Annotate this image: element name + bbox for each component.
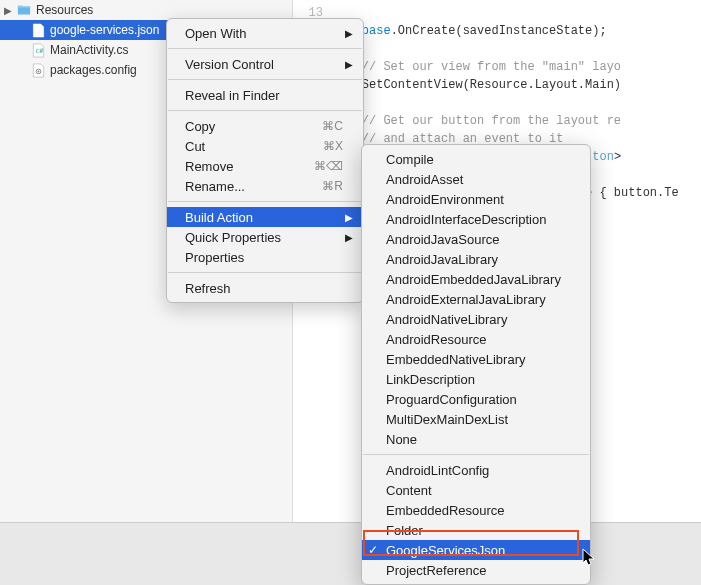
build-action-compile[interactable]: Compile <box>362 149 590 169</box>
build-action-content[interactable]: Content <box>362 480 590 500</box>
build-action-androidresource[interactable]: AndroidResource <box>362 329 590 349</box>
menu-shortcut: ⌘R <box>322 179 343 193</box>
submenu-item-label: AndroidInterfaceDescription <box>386 212 546 227</box>
build-action-googleservicesjson[interactable]: ✓GoogleServicesJson <box>362 540 590 560</box>
build-action-linkdescription[interactable]: LinkDescription <box>362 369 590 389</box>
build-action-folder[interactable]: Folder <box>362 520 590 540</box>
build-action-androidjavasource[interactable]: AndroidJavaSource <box>362 229 590 249</box>
menu-item-build-action[interactable]: Build Action▶ <box>167 207 363 227</box>
build-action-proguardconfiguration[interactable]: ProguardConfiguration <box>362 389 590 409</box>
bottom-panel <box>0 522 701 585</box>
menu-separator <box>363 454 589 455</box>
menu-item-refresh[interactable]: Refresh <box>167 278 363 298</box>
menu-item-cut[interactable]: Cut⌘X <box>167 136 363 156</box>
menu-item-label: Cut <box>185 139 323 154</box>
submenu-item-label: EmbeddedResource <box>386 503 505 518</box>
build-action-androidnativelibrary[interactable]: AndroidNativeLibrary <box>362 309 590 329</box>
submenu-item-label: None <box>386 432 417 447</box>
menu-item-open-with[interactable]: Open With▶ <box>167 23 363 43</box>
build-action-embeddedresource[interactable]: EmbeddedResource <box>362 500 590 520</box>
tree-item-label: Resources <box>36 3 93 17</box>
build-action-none[interactable]: None <box>362 429 590 449</box>
menu-item-label: Quick Properties <box>185 230 343 245</box>
submenu-item-label: AndroidEmbeddedJavaLibrary <box>386 272 561 287</box>
config-file-icon <box>30 62 46 78</box>
checkmark-icon: ✓ <box>368 543 378 557</box>
submenu-item-label: AndroidResource <box>386 332 486 347</box>
folder-icon <box>16 2 32 18</box>
submenu-arrow-icon: ▶ <box>345 59 353 70</box>
menu-item-label: Build Action <box>185 210 343 225</box>
submenu-item-label: EmbeddedNativeLibrary <box>386 352 525 367</box>
code-text: // Get our button from the layout re <box>333 112 621 130</box>
menu-separator <box>168 79 362 80</box>
menu-item-remove[interactable]: Remove⌘⌫ <box>167 156 363 176</box>
menu-item-label: Version Control <box>185 57 343 72</box>
menu-separator <box>168 272 362 273</box>
submenu-item-label: ProguardConfiguration <box>386 392 517 407</box>
submenu-item-label: ProjectReference <box>386 563 486 578</box>
build-action-projectreference[interactable]: ProjectReference <box>362 560 590 580</box>
menu-item-label: Open With <box>185 26 343 41</box>
build-action-androidasset[interactable]: AndroidAsset <box>362 169 590 189</box>
menu-separator <box>168 110 362 111</box>
code-text: SetContentView(Resource.Layout.Main) <box>333 76 621 94</box>
menu-item-quick-properties[interactable]: Quick Properties▶ <box>167 227 363 247</box>
submenu-item-label: GoogleServicesJson <box>386 543 505 558</box>
submenu-item-label: MultiDexMainDexList <box>386 412 508 427</box>
menu-item-label: Copy <box>185 119 322 134</box>
menu-item-reveal-in-finder[interactable]: Reveal in Finder <box>167 85 363 105</box>
menu-item-label: Refresh <box>185 281 343 296</box>
submenu-item-label: Folder <box>386 523 423 538</box>
menu-item-label: Remove <box>185 159 314 174</box>
menu-item-label: Reveal in Finder <box>185 88 343 103</box>
disclosure-triangle-icon[interactable]: ▶ <box>4 5 16 16</box>
submenu-item-label: Content <box>386 483 432 498</box>
svg-text:c#: c# <box>35 47 43 55</box>
tree-item-label: packages.config <box>50 63 137 77</box>
submenu-item-label: AndroidJavaSource <box>386 232 499 247</box>
build-action-embeddednativelibrary[interactable]: EmbeddedNativeLibrary <box>362 349 590 369</box>
build-action-multidexmaindexlist[interactable]: MultiDexMainDexList <box>362 409 590 429</box>
submenu-arrow-icon: ▶ <box>345 212 353 223</box>
menu-item-properties[interactable]: Properties <box>167 247 363 267</box>
menu-item-copy[interactable]: Copy⌘C <box>167 116 363 136</box>
submenu-item-label: LinkDescription <box>386 372 475 387</box>
submenu-item-label: Compile <box>386 152 434 167</box>
submenu-item-label: AndroidLintConfig <box>386 463 489 478</box>
build-action-androidjavalibrary[interactable]: AndroidJavaLibrary <box>362 249 590 269</box>
menu-separator <box>168 201 362 202</box>
svg-point-2 <box>37 70 39 72</box>
menu-shortcut: ⌘X <box>323 139 343 153</box>
submenu-item-label: AndroidEnvironment <box>386 192 504 207</box>
build-action-androidembeddedjavalibrary[interactable]: AndroidEmbeddedJavaLibrary <box>362 269 590 289</box>
build-action-androidlintconfig[interactable]: AndroidLintConfig <box>362 460 590 480</box>
build-action-submenu: CompileAndroidAssetAndroidEnvironmentAnd… <box>361 144 591 585</box>
build-action-androidexternaljavalibrary[interactable]: AndroidExternalJavaLibrary <box>362 289 590 309</box>
code-text: base.OnCreate(savedInstanceState); <box>333 22 607 40</box>
tree-folder-resources[interactable]: ▶ Resources <box>0 0 292 20</box>
menu-shortcut: ⌘⌫ <box>314 159 343 173</box>
csharp-file-icon: c# <box>30 42 46 58</box>
code-text: // Set our view from the "main" layo <box>333 58 621 76</box>
menu-item-label: Properties <box>185 250 343 265</box>
menu-item-label: Rename... <box>185 179 322 194</box>
tree-item-label: MainActivity.cs <box>50 43 128 57</box>
menu-item-rename-[interactable]: Rename...⌘R <box>167 176 363 196</box>
submenu-item-label: AndroidJavaLibrary <box>386 252 498 267</box>
tree-item-label: google-services.json <box>50 23 159 37</box>
submenu-arrow-icon: ▶ <box>345 232 353 243</box>
build-action-androidenvironment[interactable]: AndroidEnvironment <box>362 189 590 209</box>
menu-item-version-control[interactable]: Version Control▶ <box>167 54 363 74</box>
submenu-item-label: AndroidExternalJavaLibrary <box>386 292 546 307</box>
context-menu: Open With▶Version Control▶Reveal in Find… <box>166 18 364 303</box>
submenu-arrow-icon: ▶ <box>345 28 353 39</box>
menu-shortcut: ⌘C <box>322 119 343 133</box>
submenu-item-label: AndroidNativeLibrary <box>386 312 507 327</box>
submenu-item-label: AndroidAsset <box>386 172 463 187</box>
file-icon <box>30 22 46 38</box>
menu-separator <box>168 48 362 49</box>
build-action-androidinterfacedescription[interactable]: AndroidInterfaceDescription <box>362 209 590 229</box>
